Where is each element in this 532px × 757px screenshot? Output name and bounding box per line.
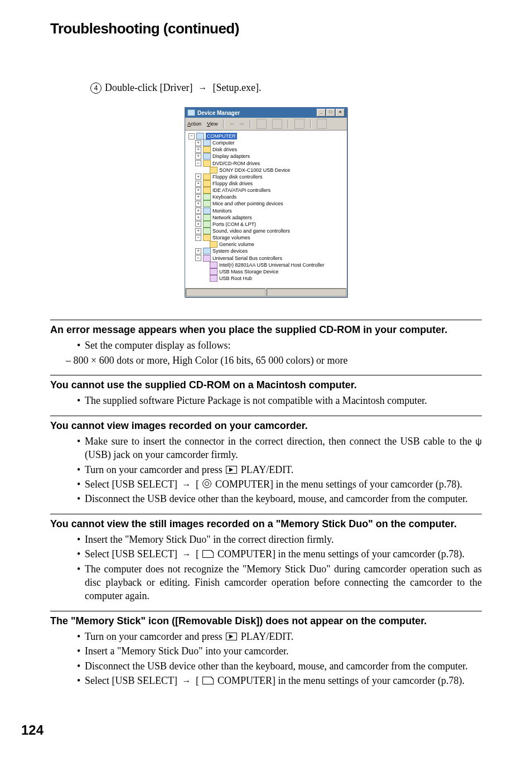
device-icon <box>203 194 211 200</box>
step-number: 4 <box>90 83 101 94</box>
tree-item[interactable]: Keyboards <box>212 194 236 200</box>
bullet-item: Turn on your camcorder and press PLAY/ED… <box>77 463 482 476</box>
nav-forward-icon[interactable]: ⇨ <box>240 121 244 127</box>
bullet-item: The supplied software Picture Package is… <box>77 394 482 407</box>
expand-icon[interactable]: + <box>195 228 201 234</box>
expand-icon[interactable]: + <box>195 201 201 207</box>
bullet-item: Disconnect the USB device other than the… <box>77 659 482 673</box>
expand-icon[interactable]: + <box>195 248 201 254</box>
expand-icon[interactable]: + <box>195 221 201 227</box>
tree-item[interactable]: SONY DDX-C1002 USB Device <box>219 167 290 173</box>
device-tree: −COMPUTER +Computer +Disk drives +Displa… <box>185 131 347 287</box>
memory-stick-icon <box>202 677 214 684</box>
divider <box>50 375 482 375</box>
device-icon <box>203 160 211 167</box>
expand-icon[interactable]: + <box>195 147 201 153</box>
tree-item[interactable]: Display adapters <box>212 153 250 160</box>
play-icon <box>226 633 237 640</box>
section-heading: You cannot use the supplied CD-ROM on a … <box>50 379 482 392</box>
expand-icon[interactable]: + <box>195 181 201 187</box>
device-icon <box>203 139 211 146</box>
tree-item[interactable]: IDE ATA/ATAPI controllers <box>212 187 270 194</box>
tree-item[interactable]: Network adapters <box>212 214 252 221</box>
device-icon <box>203 208 211 214</box>
device-icon <box>203 234 211 241</box>
separator <box>288 119 289 128</box>
expand-icon[interactable]: + <box>195 153 201 160</box>
toolbar-icon[interactable] <box>317 119 327 129</box>
tree-item[interactable]: Floppy disk drives <box>212 180 253 187</box>
tree-item[interactable]: Computer <box>212 139 235 146</box>
screenshot-wrap: Device Manager _ □ × Action View ⇦ ⇨ −CO… <box>50 107 482 297</box>
tree-item[interactable]: Monitors <box>212 208 232 214</box>
step-line: 4 Double-click [Driver] → [Setup.exe]. <box>90 82 482 94</box>
device-icon <box>203 173 211 180</box>
bullet-item: Insert a "Memory Stick Duo" into your ca… <box>77 644 482 658</box>
maximize-button[interactable]: □ <box>326 109 335 117</box>
device-icon <box>203 228 211 234</box>
bullet-item: The computer does not recognize the "Mem… <box>77 562 482 603</box>
expand-icon[interactable]: + <box>195 173 201 180</box>
tree-root[interactable]: COMPUTER <box>206 133 237 139</box>
tree-item[interactable]: Sound, video and game controllers <box>212 228 290 234</box>
collapse-icon[interactable]: − <box>195 160 201 166</box>
sub-item: – 800 × 600 dots or more, High Color (16… <box>66 354 482 367</box>
divider <box>50 320 482 320</box>
status-bar <box>185 287 347 297</box>
toolbar-icon[interactable] <box>272 119 282 129</box>
app-icon <box>187 109 195 116</box>
tree-item[interactable]: Mice and other pointing devices <box>212 200 283 207</box>
bullet-item: Insert the "Memory Stick Duo" in the cor… <box>77 533 482 546</box>
device-manager-window: Device Manager _ □ × Action View ⇦ ⇨ −CO… <box>185 107 347 297</box>
arrow-icon: → <box>180 676 193 686</box>
collapse-icon[interactable]: − <box>195 255 201 261</box>
expand-icon[interactable]: + <box>195 208 201 214</box>
step-post: [Setup.exe]. <box>212 82 261 94</box>
device-icon <box>203 180 211 187</box>
tree-item[interactable]: Generic volume <box>219 241 254 248</box>
divider <box>50 611 482 611</box>
device-icon <box>210 262 217 268</box>
expand-icon[interactable]: + <box>195 140 201 146</box>
tree-item[interactable]: DVD/CD-ROM drives <box>212 160 260 167</box>
page-title: Troubleshooting (continued) <box>50 20 482 37</box>
device-icon <box>210 275 217 282</box>
menu-bar: Action View ⇦ ⇨ <box>185 118 347 131</box>
nav-back-icon[interactable]: ⇦ <box>230 121 234 127</box>
expand-icon[interactable]: + <box>195 187 201 194</box>
device-icon <box>203 187 211 194</box>
tree-item[interactable]: Universal Serial Bus controllers <box>212 255 282 262</box>
tree-item[interactable]: Ports (COM & LPT) <box>212 221 256 228</box>
tree-item[interactable]: Storage volumes <box>212 234 250 241</box>
device-icon <box>210 167 217 173</box>
bullet-item: Set the computer display as follows: <box>77 339 482 352</box>
expand-icon[interactable]: + <box>195 214 201 220</box>
usb-icon: ψ <box>476 437 482 446</box>
section-heading: The "Memory Stick" icon ([Removable Disk… <box>50 615 482 628</box>
page-number: 124 <box>21 722 43 738</box>
tree-item[interactable]: USB Root Hub <box>219 275 252 282</box>
toolbar-icon[interactable] <box>294 119 304 129</box>
collapse-icon[interactable]: − <box>195 235 201 241</box>
menu-action[interactable]: Action <box>187 121 201 127</box>
tree-item[interactable]: Disk drives <box>212 146 237 153</box>
tree-item[interactable]: USB Mass Storage Device <box>219 268 279 275</box>
device-icon <box>203 153 211 160</box>
expand-icon[interactable]: + <box>195 194 201 200</box>
step-pre: Double-click [Driver] <box>105 82 192 94</box>
menu-view[interactable]: View <box>207 121 217 127</box>
play-icon <box>226 466 237 474</box>
tree-item[interactable]: System devices <box>212 248 248 254</box>
collapse-icon[interactable]: − <box>188 133 195 139</box>
window-titlebar: Device Manager _ □ × <box>185 108 347 118</box>
toolbar-icon[interactable] <box>257 119 267 129</box>
bullet-item: Select [USB SELECT] → [ COMPUTER] in the… <box>77 674 482 687</box>
tree-item[interactable]: Intel(r) 82801AA USB Universal Host Cont… <box>219 262 325 268</box>
disc-icon <box>202 479 211 488</box>
minimize-button[interactable]: _ <box>317 109 326 117</box>
close-button[interactable]: × <box>336 109 345 117</box>
device-icon <box>210 241 217 248</box>
bullet-item: Select [USB SELECT] → [ COMPUTER] in the… <box>77 547 482 561</box>
device-icon <box>203 248 211 254</box>
tree-item[interactable]: Floppy disk controllers <box>212 173 263 180</box>
